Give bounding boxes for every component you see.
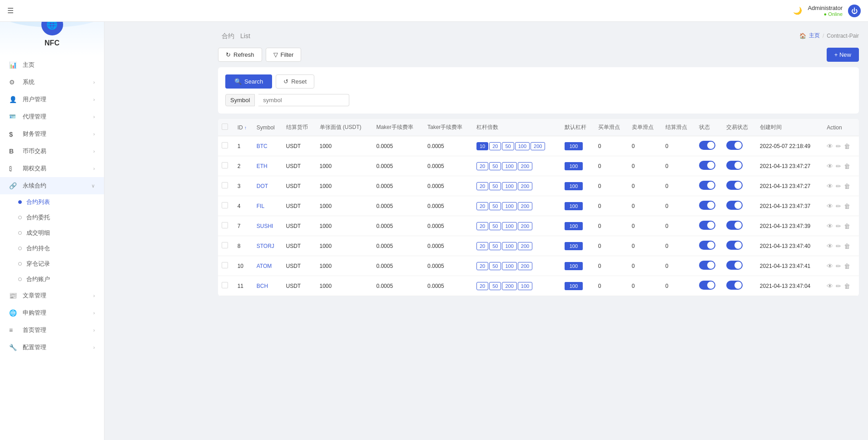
default-leverage-tag[interactable]: 100 [565, 142, 583, 150]
edit-icon[interactable]: ✏ [836, 282, 841, 290]
power-button[interactable]: ⏻ [848, 5, 861, 17]
nav-item-user-mgmt[interactable]: 👤 用户管理 › [0, 91, 104, 108]
edit-icon[interactable]: ✏ [836, 183, 841, 190]
edit-icon[interactable]: ✏ [836, 222, 841, 230]
nav-item-config[interactable]: 🔧 配置管理 › [0, 339, 104, 356]
leverage-tag[interactable]: 20 [476, 222, 488, 230]
default-leverage-tag[interactable]: 100 [565, 222, 583, 230]
leverage-tag[interactable]: 50 [489, 222, 501, 230]
edit-icon[interactable]: ✏ [836, 262, 841, 270]
status-toggle[interactable] [699, 161, 715, 170]
search-button[interactable]: 🔍 Search [225, 74, 272, 89]
view-icon[interactable]: 👁 [827, 143, 833, 150]
leverage-tag[interactable]: 20 [476, 182, 488, 190]
symbol-link[interactable]: ETH [257, 163, 268, 169]
leverage-tag[interactable]: 50 [489, 242, 501, 250]
row-checkbox[interactable] [222, 182, 228, 188]
leverage-tag[interactable]: 50 [489, 202, 501, 210]
view-icon[interactable]: 👁 [827, 282, 833, 290]
delete-icon[interactable]: 🗑 [844, 262, 850, 270]
leverage-tag[interactable]: 50 [489, 262, 501, 270]
symbol-link[interactable]: ATOM [257, 263, 272, 269]
symbol-link[interactable]: BCH [257, 283, 268, 289]
default-leverage-tag[interactable]: 100 [565, 242, 583, 250]
leverage-tag[interactable]: 100 [502, 222, 516, 230]
status-toggle[interactable] [699, 141, 715, 150]
edit-icon[interactable]: ✏ [836, 242, 841, 250]
breadcrumb-home[interactable]: 主页 [809, 32, 820, 40]
leverage-tag[interactable]: 50 [489, 162, 501, 170]
symbol-link[interactable]: STORJ [257, 243, 274, 249]
leverage-tag[interactable]: 10 [476, 142, 488, 150]
trade-status-toggle[interactable] [726, 161, 743, 170]
symbol-link[interactable]: SUSHI [257, 223, 273, 229]
nav-item-options[interactable]: ₿ 期权交易 › [0, 160, 104, 177]
default-leverage-tag[interactable]: 100 [565, 182, 583, 190]
trade-status-toggle[interactable] [726, 141, 743, 150]
leverage-tag[interactable]: 100 [515, 142, 530, 150]
view-icon[interactable]: 👁 [827, 222, 833, 230]
view-icon[interactable]: 👁 [827, 262, 833, 270]
leverage-tag[interactable]: 200 [531, 142, 545, 150]
trade-status-toggle[interactable] [726, 181, 743, 190]
nav-item-article[interactable]: 📰 文章管理 › [0, 287, 104, 304]
leverage-tag[interactable]: 20 [476, 162, 488, 170]
leverage-tag[interactable]: 100 [502, 262, 516, 270]
row-checkbox[interactable] [222, 262, 228, 268]
nav-item-coin-trade[interactable]: B 币币交易 › [0, 143, 104, 160]
leverage-tag[interactable]: 100 [502, 162, 516, 170]
symbol-link[interactable]: DOT [257, 183, 268, 189]
leverage-tag[interactable]: 50 [502, 142, 514, 150]
status-toggle[interactable] [699, 201, 715, 210]
leverage-tag[interactable]: 200 [518, 242, 532, 250]
edit-icon[interactable]: ✏ [836, 203, 841, 210]
delete-icon[interactable]: 🗑 [844, 163, 850, 170]
sidebar-item-contract-position[interactable]: 合约持仓 [0, 241, 104, 256]
status-toggle[interactable] [699, 281, 715, 290]
trade-status-toggle[interactable] [726, 261, 743, 270]
nav-item-system[interactable]: ⚙ 系统 › [0, 74, 104, 91]
leverage-tag[interactable]: 200 [518, 202, 532, 210]
leverage-tag[interactable]: 20 [476, 242, 488, 250]
nav-item-homepage[interactable]: ≡ 首页管理 › [0, 321, 104, 339]
symbol-link[interactable]: FIL [257, 203, 264, 209]
new-button[interactable]: + New [827, 48, 859, 62]
leverage-tag[interactable]: 100 [502, 182, 516, 190]
leverage-tag[interactable]: 100 [502, 202, 516, 210]
row-checkbox[interactable] [222, 202, 228, 208]
delete-icon[interactable]: 🗑 [844, 242, 850, 250]
leverage-tag[interactable]: 200 [518, 222, 532, 230]
leverage-tag[interactable]: 20 [489, 142, 501, 150]
leverage-tag[interactable]: 50 [489, 282, 501, 290]
row-checkbox[interactable] [222, 282, 228, 288]
nav-item-purchase[interactable]: 🌐 申购管理 › [0, 304, 104, 321]
view-icon[interactable]: 👁 [827, 183, 833, 190]
row-checkbox[interactable] [222, 142, 228, 148]
leverage-tag[interactable]: 20 [476, 282, 488, 290]
sidebar-item-transaction-detail[interactable]: 成交明细 [0, 225, 104, 241]
menu-toggle-icon[interactable]: ☰ [7, 6, 14, 15]
default-leverage-tag[interactable]: 100 [565, 162, 583, 170]
default-leverage-tag[interactable]: 100 [565, 282, 583, 290]
theme-toggle-icon[interactable]: 🌙 [793, 6, 802, 15]
sidebar-item-contract-list[interactable]: 合约列表 [0, 194, 104, 210]
refresh-button[interactable]: ↻ Refresh [218, 48, 262, 62]
sidebar-item-contract-account[interactable]: 合约账户 [0, 272, 104, 287]
delete-icon[interactable]: 🗑 [844, 203, 850, 210]
sort-icon[interactable] [244, 124, 247, 131]
symbol-link[interactable]: BTC [257, 143, 268, 149]
row-checkbox[interactable] [222, 162, 228, 168]
nav-item-perpetual[interactable]: 🔗 永续合约 ∨ [0, 177, 104, 194]
nav-item-agent-mgmt[interactable]: 🪪 代理管理 › [0, 108, 104, 125]
nav-item-finance[interactable]: $ 财务管理 › [0, 125, 104, 143]
leverage-tag[interactable]: 200 [502, 282, 516, 290]
sidebar-item-wear-record[interactable]: 穿仓记录 [0, 256, 104, 272]
leverage-tag[interactable]: 20 [476, 262, 488, 270]
leverage-tag[interactable]: 200 [518, 262, 532, 270]
view-icon[interactable]: 👁 [827, 242, 833, 250]
delete-icon[interactable]: 🗑 [844, 183, 850, 190]
symbol-input[interactable] [258, 94, 349, 106]
reset-button[interactable]: ↺ Reset [276, 74, 314, 89]
view-icon[interactable]: 👁 [827, 163, 833, 170]
row-checkbox[interactable] [222, 222, 228, 228]
